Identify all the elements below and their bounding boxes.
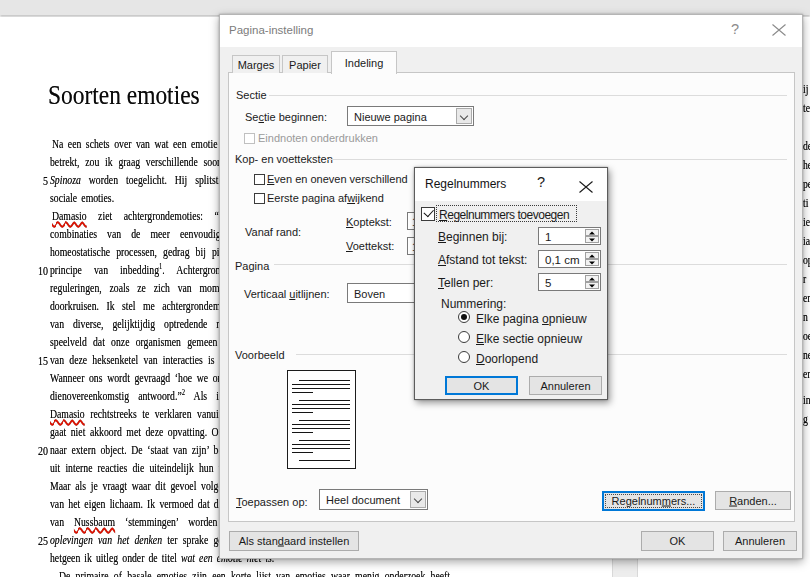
preview-text-line [292, 448, 350, 449]
label-elke-sectie: Elke sectie opnieuw [476, 332, 582, 346]
line-numbers-titlebar[interactable]: Regelnummers ? [415, 168, 607, 201]
spin-down-button[interactable] [585, 282, 599, 289]
page2-text-fragment: pe [803, 176, 810, 192]
toepassen-value: Heel document [326, 494, 400, 506]
annuleren-button-main[interactable]: Annuleren [723, 531, 797, 551]
page2-text-fragment: ie [803, 214, 810, 230]
document-line: De primaire of basale emoties zijn een k… [59, 568, 450, 577]
label-eerste-pagina: Eerste pagina afwijkend [267, 192, 384, 204]
preview-text-line [299, 400, 350, 401]
line-number: 20 [25, 443, 48, 459]
als-standaard-button[interactable]: Als standaard instellen [229, 531, 359, 551]
preview-text-line [292, 412, 313, 413]
line-numbers-title: Regelnummers [425, 177, 506, 191]
label-beginnen-bij: Beginnen bij: [438, 230, 507, 244]
afstand-spinner[interactable]: 0,1 cm [538, 250, 601, 268]
radio-elke-pagina[interactable] [458, 311, 470, 323]
regelnummers-button[interactable]: Regelnummers... [602, 491, 705, 511]
text-segment: principe van inbedding [50, 262, 159, 277]
spin-down-button[interactable] [585, 259, 599, 266]
label-elke-pagina: Elke pagina opnieuw [476, 312, 587, 326]
help-icon[interactable]: ? [534, 174, 548, 190]
annuleren-button-line-label: Annuleren [530, 379, 601, 391]
tellen-per-spinner[interactable]: 5 [538, 273, 601, 291]
tab-papier[interactable]: Papier [282, 55, 328, 73]
label-vanaf-rand: Vanaf rand: [245, 226, 301, 238]
text-segment: dienovereenkomstig antwoord.” [50, 388, 182, 403]
radio-doorlopend[interactable] [458, 351, 470, 363]
misspelled-word: Damasio [52, 208, 87, 223]
preview-text-line [292, 404, 350, 405]
preview-text-line [292, 452, 313, 453]
verticaal-value: Boven [354, 288, 385, 300]
spin-up-button[interactable] [585, 229, 599, 236]
tab-marges[interactable]: Marges [232, 55, 280, 73]
ok-button-main[interactable]: OK [641, 531, 714, 551]
randen-button[interactable]: Randen... [715, 491, 791, 510]
spin-up-button[interactable] [585, 252, 599, 259]
sectie-beginnen-value: Nieuwe pagina [354, 111, 427, 123]
spinner-buttons[interactable] [585, 229, 599, 243]
regelnummers-toevoegen-checkbox[interactable] [421, 207, 435, 221]
label-doorlopend: Doorlopend [476, 352, 538, 366]
spinner-buttons[interactable] [585, 275, 599, 289]
combo-dropdown-button[interactable] [410, 491, 426, 508]
help-icon[interactable]: ? [727, 21, 743, 37]
label-sectie-beginnen: Sectie beginnen: [245, 111, 327, 123]
tellen-per-value: 5 [545, 277, 551, 289]
preview-text-line [292, 408, 350, 409]
preview-text-line [292, 392, 313, 393]
label-verticaal: Verticaal uitlijnen: [244, 288, 330, 300]
group-line-sectie [269, 95, 787, 96]
annuleren-button-main-label: Annuleren [724, 535, 796, 547]
page2-text-fragment: ia [803, 233, 810, 249]
tab-indeling[interactable]: Indeling [331, 51, 397, 74]
eindnoten-checkbox[interactable] [244, 133, 255, 144]
text-segment: Spinoza [50, 172, 81, 187]
randen-button-label: Randen... [716, 494, 790, 506]
toepassen-combobox[interactable]: Heel document [319, 489, 428, 510]
group-label-kopvoet: Kop- en voetteksten [235, 153, 333, 165]
ok-button-line-label: OK [447, 379, 516, 391]
group-line-kopvoet [327, 159, 787, 160]
page2-text-fragment: ij [803, 81, 808, 97]
line-number: 10 [25, 263, 48, 279]
afstand-value: 0,1 cm [545, 254, 580, 266]
preview-page [287, 370, 356, 469]
page2-text-fragment: er [803, 290, 810, 306]
preview-text-line [292, 388, 350, 389]
page-setup-title: Pagina-instelling [229, 24, 313, 36]
label-afstand: Afstand tot tekst: [438, 253, 527, 267]
beginnen-bij-spinner[interactable]: 1 [538, 227, 601, 245]
label-toepassen: Toepassen op: [236, 496, 308, 508]
radio-elke-sectie[interactable] [458, 331, 470, 343]
label-tellen-per: Tellen per: [438, 276, 493, 290]
document-heading: Soorten emoties [48, 80, 200, 111]
page-setup-titlebar[interactable]: Pagina-instelling ? [220, 15, 802, 47]
text-segment: oplevingen van het denken [50, 532, 162, 547]
even-oneven-checkbox[interactable] [254, 174, 265, 185]
page2-text-fragment: g [803, 411, 808, 427]
close-icon[interactable] [578, 179, 594, 195]
down-triangle-icon [589, 261, 595, 264]
label-voettekst: Voettekst: [346, 240, 394, 252]
eerste-pagina-checkbox[interactable] [254, 193, 265, 204]
preview-text-line [292, 428, 350, 429]
text-segment: van [50, 514, 74, 529]
spin-up-button[interactable] [585, 275, 599, 282]
page2-text-fragment: he [803, 157, 810, 173]
combo-dropdown-button[interactable] [456, 108, 472, 124]
misspelled-word: Damasio [50, 406, 85, 421]
group-label-voorbeeld: Voorbeeld [235, 349, 285, 361]
preview-text-line [299, 460, 350, 461]
close-icon[interactable] [771, 22, 787, 38]
preview-text-line [299, 380, 350, 381]
line-number: 15 [25, 353, 48, 369]
ok-button-line[interactable]: OK [445, 376, 518, 395]
page2-text-fragment: op [803, 252, 810, 268]
annuleren-button-line[interactable]: Annuleren [529, 376, 602, 395]
chevron-down-icon [460, 112, 468, 120]
sectie-beginnen-combobox[interactable]: Nieuwe pagina [347, 106, 474, 126]
spin-down-button[interactable] [585, 236, 599, 243]
spinner-buttons[interactable] [585, 252, 599, 266]
